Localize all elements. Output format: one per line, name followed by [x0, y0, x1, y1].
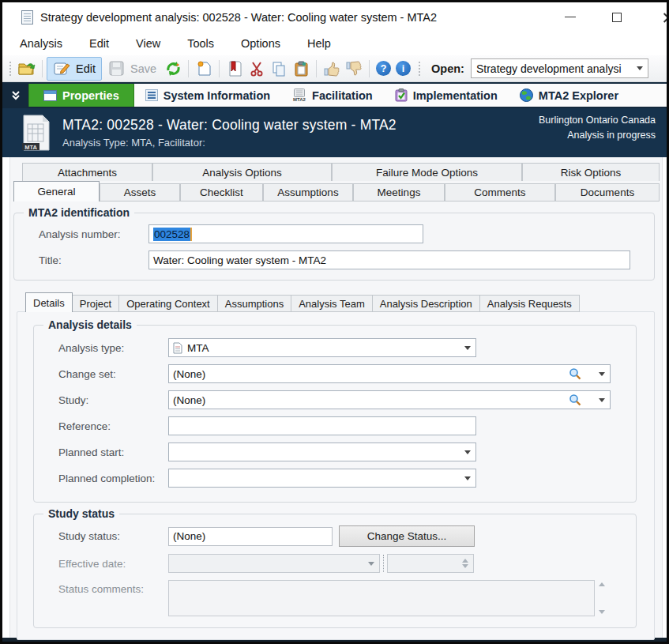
planned-completion-label: Planned completion: [34, 473, 168, 484]
scrollbar[interactable] [597, 582, 607, 614]
title-input[interactable]: Water: Cooling water system - MTA2 [148, 250, 630, 269]
menu-analysis[interactable]: Analysis [20, 37, 62, 50]
bookmark-page-icon[interactable] [225, 59, 244, 78]
open-dropdown-value: Strategy development analysi [476, 62, 637, 75]
scroll-down-icon[interactable] [599, 610, 605, 614]
toolbar-separator [42, 60, 43, 77]
chevron-down-icon[interactable] [599, 398, 605, 402]
analysis-type-label: Analysis type: [34, 342, 168, 354]
study-label: Study: [34, 394, 168, 406]
title-label: Title: [14, 254, 148, 266]
chevron-down-icon[interactable] [599, 372, 605, 376]
analysis-type-dropdown[interactable]: MTA [168, 338, 476, 357]
group-title: Study status [43, 507, 119, 520]
tab-assumptions-inner[interactable]: Assumptions [218, 295, 291, 312]
tab-documents[interactable]: Documents [555, 183, 660, 201]
chevron-double-down-icon [11, 90, 21, 101]
maximize-button[interactable] [612, 13, 622, 22]
study-status-value: (None) [173, 530, 205, 542]
toolbar-grip[interactable] [9, 61, 13, 77]
reference-input[interactable] [168, 416, 476, 435]
tab-mta2-explorer[interactable]: MTA2 Explorer [509, 84, 630, 107]
menu-help[interactable]: Help [307, 37, 331, 50]
tab-checklist[interactable]: Checklist [180, 183, 263, 201]
menu-options[interactable]: Options [241, 37, 280, 50]
search-icon[interactable] [569, 367, 581, 380]
toolbar-separator [219, 60, 220, 77]
menu-view[interactable]: View [136, 37, 160, 50]
toolbar-separator [369, 60, 370, 77]
copy-icon[interactable] [269, 59, 288, 78]
thumbs-up-icon[interactable] [322, 59, 341, 78]
tab-meetings[interactable]: Meetings [353, 183, 445, 201]
tab-implementation[interactable]: Implementation [384, 84, 509, 107]
edit-button[interactable]: Edit [47, 57, 102, 81]
tab-analysis-requests[interactable]: Analysis Requests [480, 295, 580, 312]
tab-label: System Information [163, 89, 270, 102]
mta-icon-text: MTA [24, 144, 37, 151]
save-button-label: Save [130, 62, 156, 75]
record-title: MTA2: 002528 - Water: Cooling water syst… [62, 117, 539, 134]
tab-details[interactable]: Details [25, 292, 73, 312]
change-set-label: Change set: [34, 368, 168, 380]
change-status-button[interactable]: Change Status... [339, 525, 475, 547]
edit-icon [52, 59, 71, 78]
tab-attachments[interactable]: Attachments [22, 163, 152, 181]
planned-start-dropdown[interactable] [168, 443, 476, 461]
tab-comments[interactable]: Comments [445, 183, 555, 201]
planned-completion-dropdown[interactable] [168, 469, 476, 488]
study-lookup[interactable]: (None) [168, 390, 611, 409]
save-button[interactable]: Save [102, 58, 162, 80]
chevron-down-icon[interactable] [464, 346, 471, 350]
tab-system-information[interactable]: System Information [134, 84, 281, 107]
info-icon[interactable]: i [396, 61, 411, 76]
tab-analysis-description[interactable]: Analysis Description [373, 295, 480, 312]
field-separator [383, 555, 384, 572]
record-status: Analysis in progress [539, 128, 656, 143]
search-icon[interactable] [569, 394, 581, 406]
menu-bar: Analysis Edit View Tools Options Help [2, 32, 667, 55]
tab-assets[interactable]: Assets [100, 183, 180, 201]
minimize-button[interactable] [565, 17, 576, 17]
help-icon[interactable]: ? [376, 61, 391, 76]
spinner-down-icon [462, 564, 468, 568]
tab-operating-context[interactable]: Operating Context [119, 295, 218, 312]
tab-project[interactable]: Project [73, 295, 119, 312]
new-page-icon[interactable] [194, 59, 213, 78]
record-header: MTA MTA2: 002528 - Water: Cooling water … [2, 108, 667, 157]
chevron-down-icon[interactable] [464, 476, 471, 480]
toolbar-grip[interactable] [418, 61, 422, 77]
paste-icon[interactable] [291, 59, 310, 78]
tab-assumptions[interactable]: Assumptions [263, 183, 353, 201]
scroll-up-icon[interactable] [599, 582, 605, 586]
open-dropdown[interactable]: Strategy development analysi [471, 58, 648, 78]
group-title: Analysis details [43, 318, 137, 331]
tab-analysis-team[interactable]: Analysis Team [291, 295, 373, 312]
tab-analysis-options[interactable]: Analysis Options [152, 163, 332, 181]
chevron-down-icon[interactable] [464, 450, 471, 454]
open-folder-icon[interactable] [17, 59, 36, 78]
thumbs-down-icon[interactable] [344, 59, 363, 78]
collapse-chevron-button[interactable] [2, 84, 28, 107]
reference-label: Reference: [34, 420, 168, 432]
tab-risk-options[interactable]: Risk Options [522, 163, 660, 181]
analysis-number-input[interactable]: 002528 [148, 224, 423, 243]
tab-failure-mode-options[interactable]: Failure Mode Options [332, 163, 522, 181]
implementation-icon [395, 89, 408, 102]
change-status-label: Change Status... [367, 530, 447, 542]
tab-general[interactable]: General [13, 181, 100, 201]
refresh-icon[interactable] [163, 59, 182, 78]
properties-window-icon [43, 90, 57, 101]
window-title: Strategy development analysis: 002528 - … [40, 11, 437, 24]
menu-edit[interactable]: Edit [89, 37, 109, 50]
menu-tools[interactable]: Tools [187, 37, 214, 50]
change-set-lookup[interactable]: (None) [168, 364, 611, 383]
analysis-type-doc-icon [173, 342, 182, 354]
tab-properties[interactable]: Properties [28, 84, 134, 107]
planned-start-label: Planned start: [34, 446, 168, 458]
record-location: Burlington Ontario Canada [539, 113, 656, 128]
record-subtitle: Analysis Type: MTA, Facilitator: [62, 137, 539, 149]
cut-icon[interactable] [247, 59, 266, 78]
tab-facilitation[interactable]: MTA2 Facilitation [281, 84, 384, 107]
close-button[interactable] [663, 12, 669, 23]
